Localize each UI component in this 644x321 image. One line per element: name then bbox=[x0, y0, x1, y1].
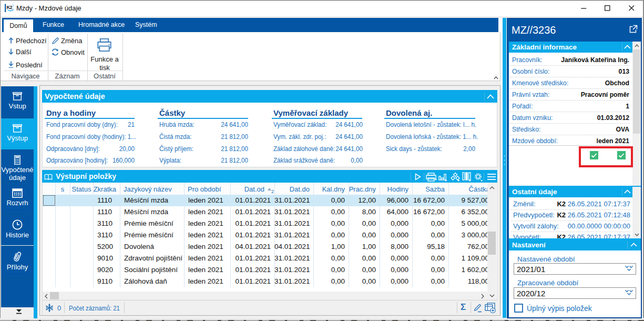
svg-text:K2: K2 bbox=[7, 5, 13, 10]
